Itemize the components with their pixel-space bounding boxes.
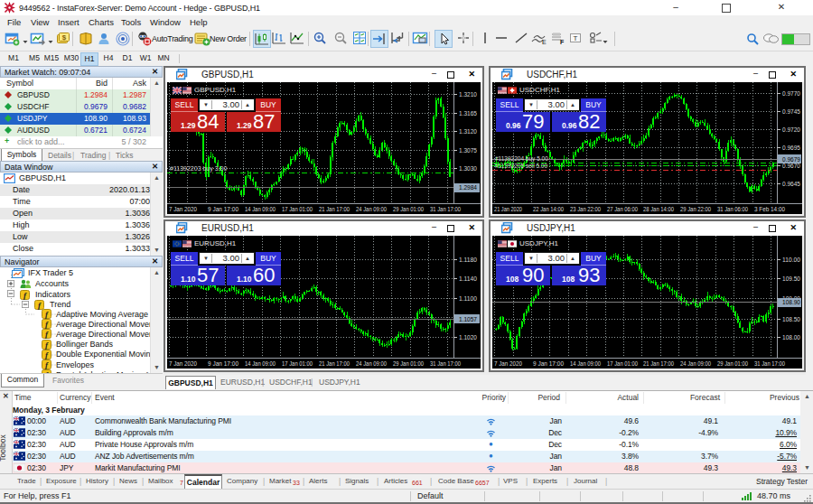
svg-text:1.3165: 1.3165 xyxy=(459,109,477,117)
svg-text:24 Jan 09:00: 24 Jan 09:00 xyxy=(356,359,387,368)
svg-text:1.3120: 1.3120 xyxy=(459,127,477,135)
svg-text:31 Jan 17:00: 31 Jan 17:00 xyxy=(754,359,785,368)
svg-text:14 Jan 09:00: 14 Jan 09:00 xyxy=(570,359,601,368)
svg-text:29 Jan 01:00: 29 Jan 01:00 xyxy=(393,205,424,213)
svg-text:1.1020: 1.1020 xyxy=(459,333,477,341)
svg-text:1.3075: 1.3075 xyxy=(459,146,477,154)
svg-text:108.50: 108.50 xyxy=(782,315,800,323)
svg-text:7 Jan 2020: 7 Jan 2020 xyxy=(169,205,197,213)
svg-text:7 Jan 2020: 7 Jan 2020 xyxy=(494,359,522,368)
svg-text:1.1180: 1.1180 xyxy=(459,256,477,264)
svg-text:31 Jan 17:00: 31 Jan 17:00 xyxy=(430,205,461,213)
svg-text:17 Jan 01:00: 17 Jan 01:00 xyxy=(282,205,313,213)
svg-text:9 Jan 17:00: 9 Jan 17:00 xyxy=(533,359,564,368)
svg-text:27 Jan 06:00: 27 Jan 06:00 xyxy=(607,205,638,213)
svg-text:17 Jan 01:00: 17 Jan 01:00 xyxy=(282,359,313,368)
svg-text:17 Jan 01:00: 17 Jan 01:00 xyxy=(607,359,638,368)
svg-text:E: E xyxy=(542,39,547,45)
svg-text:108.90: 108.90 xyxy=(782,298,800,306)
svg-text:0.9645: 0.9645 xyxy=(782,180,800,188)
svg-text:9 Jan 17:00: 9 Jan 17:00 xyxy=(208,205,238,213)
svg-text:1.2984: 1.2984 xyxy=(459,183,477,191)
svg-text:29 Jan 22:00: 29 Jan 22:00 xyxy=(680,205,711,213)
svg-text:0.9770: 0.9770 xyxy=(782,89,800,98)
svg-text:#11392204 buy 5.00: #11392204 buy 5.00 xyxy=(495,155,548,163)
svg-text:21 Jan 17:00: 21 Jan 17:00 xyxy=(643,359,674,368)
svg-text:$: $ xyxy=(62,33,67,42)
svg-text:21 Jan 17:00: 21 Jan 17:00 xyxy=(319,359,350,368)
svg-text:108.00: 108.00 xyxy=(782,333,800,341)
svg-text:#11392205 sell 5.00: #11392205 sell 5.00 xyxy=(495,163,547,169)
svg-text:14 Jan 09:00: 14 Jan 09:00 xyxy=(245,205,276,213)
svg-text:31 Jan 06:00: 31 Jan 06:00 xyxy=(717,205,748,213)
svg-text:0.9720: 0.9720 xyxy=(782,126,800,134)
svg-text:1.1140: 1.1140 xyxy=(459,275,477,283)
svg-text:0.9745: 0.9745 xyxy=(782,107,800,116)
svg-text:24 Jan 09:00: 24 Jan 09:00 xyxy=(680,359,711,368)
svg-text:3 Feb 14:00: 3 Feb 14:00 xyxy=(754,205,785,213)
svg-text:1.3210: 1.3210 xyxy=(459,90,477,98)
svg-text:110.00: 110.00 xyxy=(782,256,800,264)
svg-text:22 Jan 14:00: 22 Jan 14:00 xyxy=(533,205,564,213)
svg-text:7 Jan 2020: 7 Jan 2020 xyxy=(169,359,197,368)
svg-text:F: F xyxy=(560,39,565,45)
svg-text:1.1057: 1.1057 xyxy=(459,315,477,323)
svg-text:29 Jan 01:00: 29 Jan 01:00 xyxy=(717,359,748,368)
svg-text:0.9679: 0.9679 xyxy=(782,155,800,163)
svg-text:0.9695: 0.9695 xyxy=(782,144,800,152)
svg-text:31 Jan 17:00: 31 Jan 17:00 xyxy=(430,359,461,368)
svg-text:109.50: 109.50 xyxy=(782,275,800,283)
svg-text:9 Jan 17:00: 9 Jan 17:00 xyxy=(208,359,238,368)
svg-text:14 Jan 09:00: 14 Jan 09:00 xyxy=(245,359,276,368)
svg-text:29 Jan 01:00: 29 Jan 01:00 xyxy=(393,359,424,368)
svg-text:#11392203 buy 3.00: #11392203 buy 3.00 xyxy=(170,165,227,173)
svg-text:24 Jan 09:00: 24 Jan 09:00 xyxy=(356,205,387,213)
svg-text:28 Jan 14:00: 28 Jan 14:00 xyxy=(643,205,674,213)
svg-text:1.1100: 1.1100 xyxy=(459,294,477,303)
svg-text:23 Jan 22:00: 23 Jan 22:00 xyxy=(570,205,601,213)
svg-text:21 Jan 17:00: 21 Jan 17:00 xyxy=(319,205,350,213)
svg-text:21 Jan 2020: 21 Jan 2020 xyxy=(494,205,522,213)
svg-text:1.3030: 1.3030 xyxy=(459,164,477,173)
svg-text:T: T xyxy=(574,34,578,42)
